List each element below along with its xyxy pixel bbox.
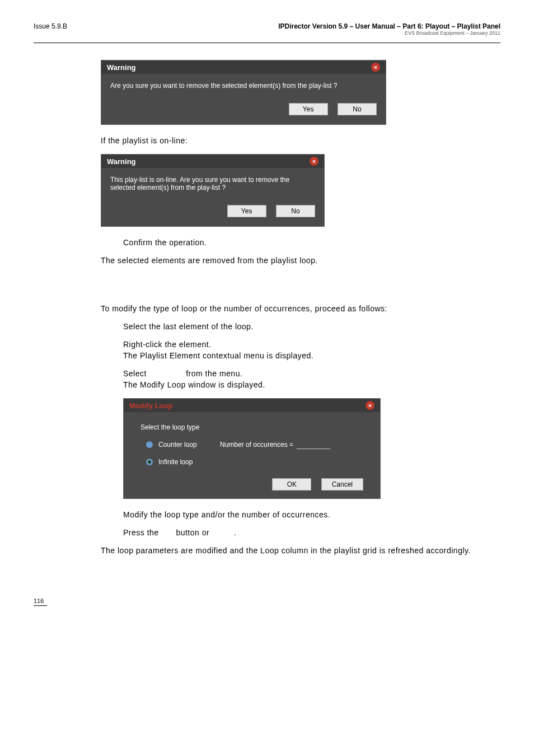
step-5-mid: button or bbox=[176, 528, 209, 537]
select-loop-label: Select the loop type bbox=[140, 423, 363, 431]
counter-loop-label: Counter loop bbox=[158, 441, 220, 449]
dialog-message: This play-list is on-line. Are you sure … bbox=[110, 176, 315, 192]
infinite-loop-row: Infinite loop bbox=[146, 458, 363, 466]
page-content: Warning × Are you sure you want to remov… bbox=[101, 60, 500, 555]
step-3a-post: from the menu. bbox=[186, 369, 242, 378]
step-3a: Select from the menu. bbox=[123, 369, 500, 378]
confirm-step: Confirm the operation. bbox=[123, 238, 500, 247]
occurrences-input[interactable] bbox=[297, 440, 330, 449]
modify-loop-dialog: Modify Loop × Select the loop type Count… bbox=[123, 398, 381, 499]
dialog-title-text: Warning bbox=[107, 63, 136, 72]
online-text: If the playlist is on-line: bbox=[101, 136, 500, 145]
yes-button[interactable]: Yes bbox=[227, 205, 266, 217]
issue-number: Issue 5.9.B bbox=[34, 22, 67, 30]
dialog-buttons: OK Cancel bbox=[140, 478, 363, 491]
occurrences-label: Number of occurences = bbox=[220, 441, 293, 449]
dialog-message: Are you sure you want to remove the sele… bbox=[110, 82, 377, 90]
step-5-pre: Press the bbox=[123, 528, 159, 537]
no-button[interactable]: No bbox=[276, 205, 315, 217]
dialog-title-text: Modify Loop bbox=[129, 402, 172, 410]
warning-dialog-1: Warning × Are you sure you want to remov… bbox=[101, 60, 386, 125]
ok-button[interactable]: OK bbox=[272, 478, 311, 491]
doc-subtitle: EVS Broadcast Equipment – January 2011 bbox=[278, 30, 500, 36]
yes-button[interactable]: Yes bbox=[289, 103, 328, 115]
close-icon[interactable]: × bbox=[310, 157, 318, 166]
dialog-body: Select the loop type Counter loop Number… bbox=[124, 412, 380, 498]
step-2b: The Playlist Element contextual menu is … bbox=[123, 351, 500, 360]
dialog-buttons: Yes No bbox=[110, 205, 315, 217]
step-4: Modify the loop type and/or the number o… bbox=[123, 510, 500, 519]
step-3b: The Modify Loop window is displayed. bbox=[123, 380, 500, 389]
dialog-buttons: Yes No bbox=[110, 103, 377, 115]
modify-intro: To modify the type of loop or the number… bbox=[101, 304, 500, 313]
radio-counter[interactable] bbox=[146, 441, 153, 448]
header-right: IPDirector Version 5.9 – User Manual – P… bbox=[278, 22, 500, 36]
dialog-titlebar: Warning × bbox=[101, 60, 386, 74]
dialog-title-text: Warning bbox=[107, 157, 136, 166]
step-5-post: . bbox=[234, 528, 236, 537]
dialog-body: Are you sure you want to remove the sele… bbox=[101, 74, 386, 124]
step-5: Press the button or . bbox=[123, 528, 500, 537]
step-1: Select the last element of the loop. bbox=[123, 322, 500, 331]
doc-title: IPDirector Version 5.9 – User Manual – P… bbox=[278, 22, 500, 30]
infinite-loop-label: Infinite loop bbox=[158, 458, 193, 466]
no-button[interactable]: No bbox=[338, 103, 377, 115]
dialog-titlebar: Warning × bbox=[101, 155, 324, 168]
close-icon[interactable]: × bbox=[371, 63, 380, 72]
close-icon[interactable]: × bbox=[366, 401, 374, 410]
warning-dialog-2: Warning × This play-list is on-line. Are… bbox=[101, 154, 325, 227]
dialog-titlebar: Modify Loop × bbox=[124, 399, 380, 412]
counter-loop-row: Counter loop Number of occurences = bbox=[146, 440, 363, 449]
step-2a: Right-click the element. bbox=[123, 340, 500, 349]
header-rule bbox=[34, 43, 500, 43]
page-number: 116 bbox=[34, 598, 47, 606]
page-header: Issue 5.9.B IPDirector Version 5.9 – Use… bbox=[34, 22, 500, 38]
cancel-button[interactable]: Cancel bbox=[321, 478, 363, 491]
radio-infinite[interactable] bbox=[146, 459, 153, 465]
dialog-body: This play-list is on-line. Are you sure … bbox=[101, 168, 324, 226]
removed-text: The selected elements are removed from t… bbox=[101, 256, 500, 265]
step-3a-pre: Select bbox=[123, 369, 147, 378]
final-text: The loop parameters are modified and the… bbox=[101, 546, 500, 555]
